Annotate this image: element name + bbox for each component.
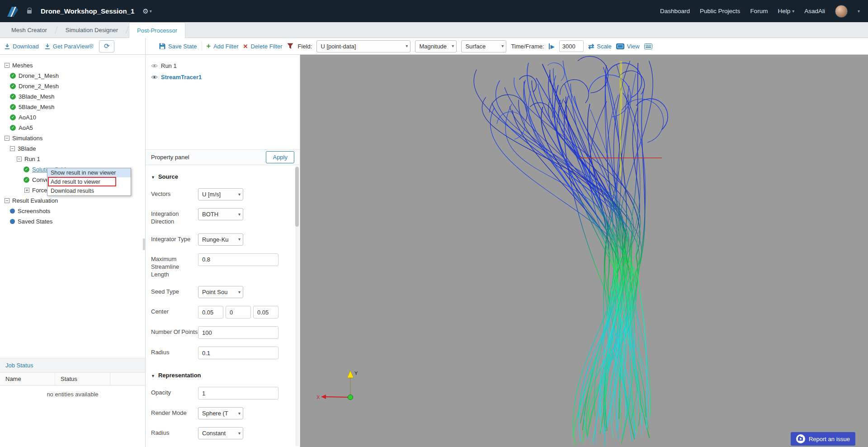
avatar[interactable]: [835, 5, 848, 18]
section-representation[interactable]: Representation: [151, 372, 288, 379]
collapse-icon[interactable]: [5, 63, 9, 68]
pipeline-item-label: Run 1: [161, 62, 177, 69]
left-toolbar: Download Get ParaView®: [0, 38, 146, 54]
tree-item-run[interactable]: Run 1: [0, 154, 145, 164]
tree-item-simulations[interactable]: Simulations: [0, 133, 145, 143]
visibility-eye-icon[interactable]: [151, 75, 158, 80]
menu-item-show-result-new-viewer[interactable]: Show result in new viewer: [47, 168, 131, 177]
collapse-icon[interactable]: [17, 157, 22, 162]
pipeline-item-streamtracer[interactable]: StreamTracer1: [146, 71, 300, 83]
project-settings-button[interactable]: [142, 7, 151, 15]
opacity-label: Opacity: [151, 387, 198, 399]
save-state-button[interactable]: Save State: [159, 43, 197, 50]
nav-dashboard[interactable]: Dashboard: [660, 8, 690, 14]
property-scrollbar-thumb[interactable]: [295, 167, 299, 227]
scale-button[interactable]: Scale: [588, 42, 612, 51]
tree-item-screenshots[interactable]: Screenshots: [0, 206, 145, 216]
save-state-label: Save State: [168, 43, 197, 50]
viewport: X Y Report an issue: [300, 55, 868, 447]
tree-label: Force: [32, 187, 47, 194]
tab-separator: [55, 26, 57, 33]
tree-item-mesh[interactable]: AoA10: [0, 112, 145, 123]
time-frame-input[interactable]: [559, 40, 584, 52]
download-button[interactable]: Download: [5, 43, 39, 50]
tab-post-processor[interactable]: Post-Processor: [129, 22, 185, 38]
visibility-eye-icon[interactable]: [151, 63, 158, 68]
step-frame-icon[interactable]: [549, 43, 555, 49]
integration-direction-select[interactable]: BOTH: [198, 208, 243, 220]
report-issue-button[interactable]: Report an issue: [791, 432, 855, 446]
tree-label: 3Blade: [18, 145, 36, 152]
field-label: Field:: [298, 43, 312, 50]
center-y-input[interactable]: [226, 306, 251, 319]
pipeline-item-run[interactable]: Run 1: [146, 60, 300, 71]
integrator-type-select[interactable]: Runge-Ku: [198, 233, 243, 246]
tree-item-result-evaluation[interactable]: Result Evaluation: [0, 195, 145, 206]
shortcuts-button[interactable]: [644, 43, 652, 49]
logo-icon: [6, 5, 19, 18]
property-panel-body: Source Vectors U [m/s] Integration Direc…: [146, 165, 300, 447]
tree-item-mesh[interactable]: Drone_2_Mesh: [0, 81, 145, 91]
tree-item-meshes[interactable]: Meshes: [0, 60, 145, 71]
streamlines-canvas[interactable]: [300, 55, 868, 447]
clear-filters-button[interactable]: [287, 43, 293, 49]
get-paraview-button[interactable]: Get ParaView®: [45, 43, 94, 50]
save-icon: [159, 43, 165, 49]
nav-public-projects[interactable]: Public Projects: [700, 8, 740, 14]
tree-item-saved-states[interactable]: Saved States: [0, 216, 145, 227]
tree-label: Drone_1_Mesh: [19, 72, 59, 79]
center-x-input[interactable]: [198, 306, 223, 319]
tree-item-mesh[interactable]: 5Blade_Mesh: [0, 102, 145, 112]
collapse-icon[interactable]: [10, 146, 15, 151]
radius-input[interactable]: [198, 347, 278, 359]
tree-item-mesh[interactable]: 3Blade_Mesh: [0, 91, 145, 102]
row-integrator-type: Integrator Type Runge-Ku: [151, 233, 288, 246]
number-of-points-label: Number Of Points: [151, 326, 198, 339]
tree-label: Meshes: [12, 62, 33, 69]
tab-mesh-creator[interactable]: Mesh Creator: [4, 22, 55, 38]
opacity-input[interactable]: [198, 387, 278, 399]
max-streamline-length-input[interactable]: [198, 253, 278, 266]
collapse-icon[interactable]: [5, 198, 9, 203]
vectors-select[interactable]: U [m/s]: [198, 188, 243, 200]
menu-item-download-results[interactable]: Download results: [47, 186, 131, 195]
add-filter-button[interactable]: Add Filter: [207, 43, 239, 50]
chevron-down-icon[interactable]: [858, 9, 860, 14]
x-icon: [243, 43, 248, 50]
section-source[interactable]: Source: [151, 173, 288, 180]
collapse-icon[interactable]: [5, 136, 9, 141]
component-select-value: Magnitude: [419, 43, 447, 50]
plus-icon: [207, 43, 211, 50]
chevron-down-icon: [406, 43, 408, 48]
nav-help[interactable]: Help: [778, 8, 794, 14]
tree-item-mesh[interactable]: Drone_1_Mesh: [0, 71, 145, 81]
scale-label: Scale: [597, 43, 612, 50]
tree-item-simulation-group[interactable]: 3Blade: [0, 143, 145, 154]
filter-toolbar: Save State Add Filter Delete Filter Fiel…: [146, 38, 868, 54]
render-mode-select[interactable]: Sphere (T: [198, 407, 243, 419]
section-representation-label: Representation: [158, 372, 201, 379]
app-logo[interactable]: [5, 4, 20, 19]
job-column-status: Status: [55, 373, 110, 385]
field-select[interactable]: U [point-data]: [316, 40, 410, 52]
number-of-points-input[interactable]: [198, 326, 278, 339]
refresh-button[interactable]: [99, 40, 114, 52]
nav-username[interactable]: AsadAli: [804, 8, 825, 14]
expand-icon[interactable]: [24, 188, 29, 193]
view-button[interactable]: View: [616, 43, 640, 50]
panel-resize-handle[interactable]: [143, 238, 145, 250]
chevron-down-icon: [150, 9, 152, 14]
tab-simulation-designer[interactable]: Simulation Designer: [58, 22, 126, 38]
main-content: Meshes Drone_1_Mesh Drone_2_Mesh 3Blade_…: [0, 55, 868, 447]
seed-type-select[interactable]: Point Sou: [198, 286, 243, 298]
apply-button[interactable]: Apply: [266, 151, 294, 163]
tree-label: AoA10: [19, 114, 36, 121]
nav-forum[interactable]: Forum: [750, 8, 768, 14]
menu-item-add-result-to-viewer[interactable]: Add result to viewer: [47, 177, 131, 186]
delete-filter-button[interactable]: Delete Filter: [243, 43, 283, 50]
representation-select[interactable]: Surface: [461, 40, 506, 52]
center-z-input[interactable]: [253, 306, 278, 319]
tree-item-mesh[interactable]: AoA5: [0, 123, 145, 133]
component-select[interactable]: Magnitude: [415, 40, 457, 52]
radius-mode-select[interactable]: Constant: [198, 427, 243, 439]
